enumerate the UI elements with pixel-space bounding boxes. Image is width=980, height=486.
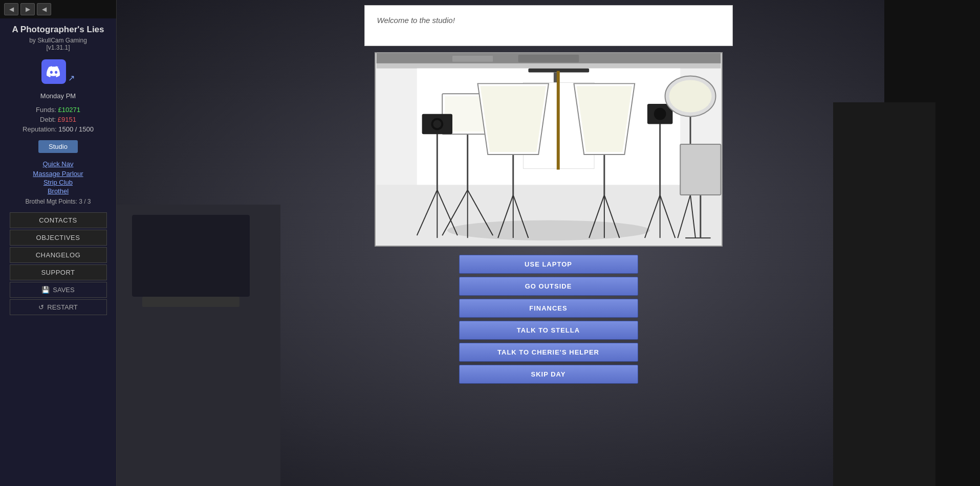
svg-rect-57 [518,55,579,62]
day-time: Monday PM [40,92,76,100]
talk-cherie-button[interactable]: TALK TO CHERIE'S HELPER [459,343,638,362]
saves-icon: 💾 [41,286,50,294]
nav-link-massage[interactable]: Massage Parlour [33,170,83,178]
game-title: A Photographer's Lies [7,25,109,35]
support-button[interactable]: SUPPORT [10,264,107,280]
restart-button[interactable]: ↺ RESTART [10,299,107,315]
svg-rect-13 [556,71,559,170]
reputation-value: 1500 / 1500 [58,125,94,133]
restart-label: RESTART [47,303,77,311]
content-area: Welcome to the studio! [117,0,980,384]
saves-button[interactable]: 💾 SAVES [10,282,107,298]
discord-icon[interactable] [41,59,66,84]
game-author: by SkullCam Gaming [29,37,87,44]
nav-forward-button[interactable]: ▶ [20,3,35,15]
debt-label: Debt: [40,116,56,123]
objectives-button[interactable]: OBJECTIVES [10,230,107,246]
reputation-label: Reputation: [23,125,57,133]
brothel-mgt-points: Brothel Mgt Points: 3 / 3 [25,198,91,205]
main-area: Welcome to the studio! [117,0,980,486]
svg-marker-38 [576,86,632,152]
restart-icon: ↺ [38,303,44,311]
nav-link-brothel[interactable]: Brothel [48,187,69,195]
action-buttons: USE LAPTOP GO OUTSIDE FINANCES TALK TO S… [117,255,980,384]
svg-point-44 [654,108,666,120]
nav-link-strip[interactable]: Strip Club [43,179,73,186]
saves-label: SAVES [53,286,74,294]
dialogue-box: Welcome to the studio! [364,5,733,46]
studio-button[interactable]: Studio [38,140,78,153]
use-laptop-button[interactable]: USE LAPTOP [459,255,638,274]
nav-bar: ◀ ▶ ◀ [0,0,116,18]
sidebar: ◀ ▶ ◀ A Photographer's Lies by SkullCam … [0,0,117,486]
svg-point-26 [433,120,441,128]
debt-value: £9151 [58,116,76,123]
nav-collapse-button[interactable]: ◀ [37,3,51,15]
talk-stella-button[interactable]: TALK TO STELLA [459,321,638,340]
changelog-button[interactable]: CHANGELOG [10,247,107,263]
svg-rect-53 [680,144,721,195]
skip-day-button[interactable]: SKIP DAY [459,365,638,384]
svg-rect-56 [452,56,493,62]
quick-nav-label[interactable]: Quick Nav [43,160,74,168]
discord-area: ↗ [41,59,75,84]
studio-image [375,52,723,247]
go-outside-button[interactable]: GO OUTSIDE [459,277,638,296]
funds-value: £10271 [58,106,80,114]
funds-label: Funds: [36,106,56,114]
svg-marker-32 [480,86,546,152]
finances-button[interactable]: FINANCES [459,299,638,318]
contacts-button[interactable]: CONTACTS [10,212,107,228]
discord-link-icon[interactable]: ↗ [68,73,75,83]
svg-point-54 [447,220,650,241]
stats-area: Funds: £10271 Debt: £9151 Reputation: 15… [0,106,116,135]
game-version: [v1.31.1] [46,44,70,51]
nav-back-button[interactable]: ◀ [4,3,18,15]
svg-point-49 [669,80,711,112]
